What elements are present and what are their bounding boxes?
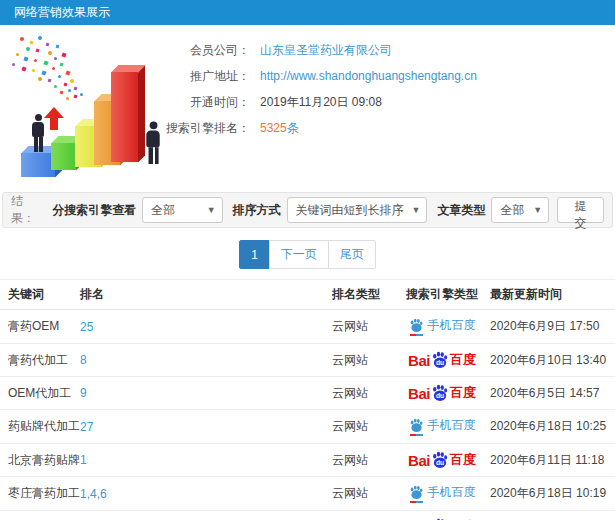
rank-link[interactable]: 27 bbox=[80, 420, 93, 434]
next-page-button[interactable]: 下一页 bbox=[269, 240, 329, 269]
engine-view-selected: 全部 bbox=[151, 202, 175, 219]
rank-link[interactable]: 25 bbox=[80, 320, 93, 334]
rank-link[interactable]: 1,4,6 bbox=[80, 487, 107, 501]
updated-cell: 2020年6月10日 13:40 bbox=[490, 344, 615, 377]
keyword-cell: 膏药代加工 bbox=[0, 344, 80, 377]
header-rank: 排名 bbox=[80, 280, 332, 310]
sort-selected: 关键词由短到长排序 bbox=[296, 202, 404, 219]
rank-count-suffix: 条 bbox=[287, 121, 299, 135]
table-row: OEM代加工 9 云网站 手机百度 Bai bbox=[0, 377, 615, 410]
table-row: 膏药OEM 25 云网站 手机百度 Bai bbox=[0, 310, 615, 344]
updated-cell: 2020年5月29日 10:32 bbox=[490, 511, 615, 520]
chevron-down-icon: ▼ bbox=[207, 205, 216, 215]
keywords-table: 关键词 排名 排名类型 搜索引擎类型 最新更新时间 膏药OEM 25 云网站 手 bbox=[0, 279, 615, 520]
info-row-url: 推广地址： http://www.shandonghuangshengtang.… bbox=[150, 63, 615, 89]
rank-cell: 9 bbox=[80, 377, 332, 410]
keyword-cell: 膏药OEM bbox=[0, 310, 80, 344]
rank-count-value: 5325条 bbox=[260, 120, 299, 137]
engine-label: 手机百度 bbox=[428, 417, 476, 434]
person-figure bbox=[30, 114, 46, 152]
keyword-cell: 北京膏药贴牌 bbox=[0, 444, 80, 477]
updated-cell: 2020年6月18日 10:19 bbox=[490, 477, 615, 511]
sort-select[interactable]: 关键词由短到长排序▼ bbox=[287, 197, 428, 223]
svg-text:du: du bbox=[436, 359, 444, 366]
sort-label: 排序方式 bbox=[233, 202, 281, 219]
rank-link[interactable]: 8 bbox=[80, 353, 87, 367]
header-engine-type: 搜索引擎类型 bbox=[394, 280, 490, 310]
keyword-cell: 枣庄膏药加工 bbox=[0, 477, 80, 511]
rank-cell: 1 bbox=[80, 444, 332, 477]
pagination: 1 下一页 尾页 bbox=[0, 240, 615, 269]
engine-cell: 手机百度 Bai du 百度 bbox=[394, 410, 490, 444]
article-type-select[interactable]: 全部▼ bbox=[491, 197, 549, 223]
rank-type-cell: 云网站 bbox=[332, 344, 394, 377]
company-name-link[interactable]: 山东皇圣堂药业有限公司 bbox=[260, 42, 392, 59]
info-row-rank-count: 搜索引擎排名： 5325条 bbox=[150, 115, 615, 141]
svg-text:du: du bbox=[436, 459, 444, 466]
table-header-row: 关键词 排名 排名类型 搜索引擎类型 最新更新时间 bbox=[0, 280, 615, 310]
keyword-cell: OEM代加工 bbox=[0, 377, 80, 410]
chevron-down-icon: ▼ bbox=[412, 205, 421, 215]
engine-cell: 手机百度 Bai du 百度 bbox=[394, 310, 490, 344]
last-page-button[interactable]: 尾页 bbox=[328, 240, 376, 269]
info-row-company: 会员公司： 山东皇圣堂药业有限公司 bbox=[150, 37, 615, 63]
baidu-logo: Bai du 百度 bbox=[408, 384, 476, 402]
article-type-selected: 全部 bbox=[500, 202, 524, 219]
summary-section: 会员公司： 山东皇圣堂药业有限公司 推广地址： http://www.shand… bbox=[0, 25, 615, 188]
baidu-paw-icon bbox=[409, 485, 424, 500]
header-rank-type: 排名类型 bbox=[332, 280, 394, 310]
article-type-label: 文章类型 bbox=[437, 202, 485, 219]
chevron-down-icon: ▼ bbox=[533, 205, 542, 215]
rank-cell: 4 bbox=[80, 511, 332, 520]
bar-chart-illustration bbox=[8, 35, 183, 185]
updated-cell: 2020年6月11日 11:18 bbox=[490, 444, 615, 477]
info-row-open-time: 开通时间： 2019年11月20日 09:08 bbox=[150, 89, 615, 115]
engine-label: 手机百度 bbox=[428, 484, 476, 501]
page-title: 网络营销效果展示 bbox=[0, 0, 615, 25]
baidu-paw-icon bbox=[409, 418, 424, 433]
rank-type-cell: 云网站 bbox=[332, 410, 394, 444]
rank-cell: 25 bbox=[80, 310, 332, 344]
keyword-cell: 药贴牌代加工 bbox=[0, 410, 80, 444]
page-1-button[interactable]: 1 bbox=[239, 240, 270, 269]
table-row: 药贴牌代加工 27 云网站 手机百度 Bai bbox=[0, 410, 615, 444]
updated-cell: 2020年6月5日 14:57 bbox=[490, 377, 615, 410]
promo-url-link[interactable]: http://www.shandonghuangshengtang.cn bbox=[260, 69, 477, 83]
bar-green bbox=[51, 143, 76, 170]
submit-button[interactable]: 提交 bbox=[557, 197, 604, 223]
company-info-list: 会员公司： 山东皇圣堂药业有限公司 推广地址： http://www.shand… bbox=[150, 25, 615, 141]
engine-cell: 手机百度 Bai du 百度 bbox=[394, 377, 490, 410]
header-updated: 最新更新时间 bbox=[490, 280, 615, 310]
rank-type-cell: 云网站 bbox=[332, 310, 394, 344]
table-row: 北京膏药贴牌 1 云网站 手机百度 Bai bbox=[0, 444, 615, 477]
rank-link[interactable]: 1 bbox=[80, 453, 87, 467]
rank-link[interactable]: 9 bbox=[80, 386, 87, 400]
bar-blue bbox=[21, 153, 55, 177]
keyword-cell: 医疗器械厂家 bbox=[0, 511, 80, 520]
engine-cell: 手机百度 Bai du 百度 bbox=[394, 511, 490, 520]
baidu-logo: Bai du 百度 bbox=[408, 451, 476, 469]
mobile-baidu-badge: 手机百度 bbox=[409, 417, 476, 434]
bar-red bbox=[111, 72, 138, 162]
updated-cell: 2020年6月18日 10:25 bbox=[490, 410, 615, 444]
svg-text:du: du bbox=[436, 392, 444, 399]
mobile-baidu-badge: 手机百度 bbox=[409, 317, 476, 334]
table-row: 枣庄膏药加工 1,4,6 云网站 手机百度 Bai bbox=[0, 477, 615, 511]
table-row: 膏药代加工 8 云网站 手机百度 Bai bbox=[0, 344, 615, 377]
mobile-baidu-badge: 手机百度 bbox=[409, 484, 476, 501]
baidu-logo: Bai du 百度 bbox=[408, 351, 476, 369]
rank-cell: 8 bbox=[80, 344, 332, 377]
baidu-paw-icon bbox=[409, 318, 424, 333]
header-keyword: 关键词 bbox=[0, 280, 80, 310]
open-time-value: 2019年11月20日 09:08 bbox=[260, 94, 382, 111]
engine-label: 手机百度 bbox=[428, 317, 476, 334]
engine-cell: 手机百度 Bai du 百度 bbox=[394, 477, 490, 511]
result-label: 结果： bbox=[11, 193, 42, 227]
engine-view-select[interactable]: 全部▼ bbox=[142, 197, 222, 223]
engine-cell: 手机百度 Bai du 百度 bbox=[394, 444, 490, 477]
filter-bar: 结果： 分搜索引擎查看 全部▼ 排序方式 关键词由短到长排序▼ 文章类型 全部▼… bbox=[2, 192, 613, 228]
rank-count-number: 5325 bbox=[260, 121, 287, 135]
engine-cell: 手机百度 Bai du 百度 bbox=[394, 344, 490, 377]
updated-cell: 2020年6月9日 17:50 bbox=[490, 310, 615, 344]
rank-type-cell: 云网站 bbox=[332, 511, 394, 520]
